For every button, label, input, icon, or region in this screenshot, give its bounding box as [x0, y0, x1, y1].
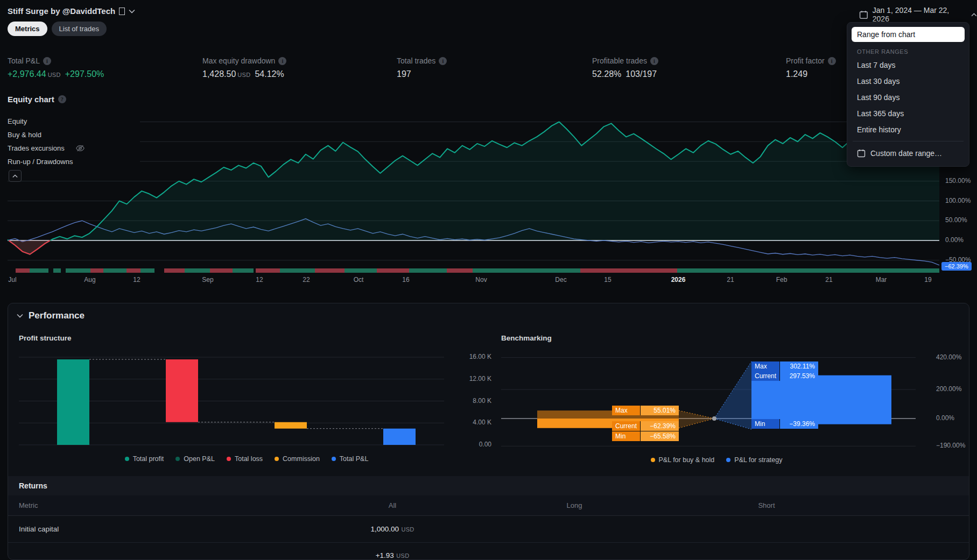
legend-runup-drawdowns[interactable]: Run-up / Drawdowns	[8, 158, 76, 166]
equity-chart-heading: Equity chart ?	[8, 95, 66, 104]
value: +1.93	[376, 551, 394, 559]
metric-value: 1,428.50	[202, 69, 236, 79]
equity-chart-canvas[interactable]	[0, 113, 939, 274]
info-icon[interactable]: i	[650, 57, 658, 65]
column-long: Long	[564, 501, 585, 509]
missing-glyph-icon	[119, 8, 125, 15]
profit-structure-title: Profit structure	[19, 334, 72, 342]
currency-unit: USD	[48, 72, 61, 78]
info-icon[interactable]: i	[278, 57, 286, 65]
legend-label: Total P&L	[340, 455, 369, 463]
label-cell: Min	[751, 419, 779, 429]
value: 1,000.00	[370, 525, 399, 533]
label-cell: Current	[751, 371, 779, 381]
legend-dot	[651, 458, 655, 462]
visibility-off-icon[interactable]	[75, 144, 85, 152]
calendar-icon	[857, 149, 866, 158]
legend-item[interactable]: P&L for strategy	[726, 456, 782, 464]
metric-extra: 54.12%	[255, 69, 284, 79]
value-cell: 297.53%	[779, 371, 818, 381]
menu-item-custom-date-range[interactable]: Custom date range…	[852, 145, 965, 162]
equity-chart-title: Equity chart	[8, 95, 54, 104]
menu-item-last-90-days[interactable]: Last 90 days	[852, 89, 965, 105]
legend-trades-excursions[interactable]: Trades excursions	[8, 144, 68, 152]
strategy-max-box: Max 302.11%	[751, 361, 818, 371]
strategy-tester-page: { "header": { "title": "Stiff Surge by @…	[0, 0, 977, 560]
metric-profitable-trades: Profitable tradesi 52.28%103/197	[592, 56, 658, 79]
legend-item[interactable]: Total P&L	[332, 455, 369, 463]
strategy-min-box: Min −39.36%	[751, 419, 818, 429]
info-icon[interactable]: i	[828, 57, 836, 65]
legend-label: Open P&L	[184, 455, 215, 463]
legend-equity[interactable]: Equity	[8, 117, 30, 125]
metric-label: Total trades	[397, 56, 435, 65]
legend-dot	[275, 457, 279, 461]
legend-item[interactable]: Open P&L	[175, 455, 215, 463]
metric-extra: +297.50%	[65, 69, 104, 79]
currency-unit: USD	[396, 552, 409, 559]
tab-list-of-trades[interactable]: List of trades	[52, 22, 107, 36]
legend-trades-excursions-row: Trades excursions	[8, 144, 85, 152]
performance-header[interactable]: Performance	[17, 310, 85, 321]
legend-item[interactable]: Commission	[275, 455, 320, 463]
returns-title: Returns	[19, 481, 47, 490]
value-cell: −62.39%	[640, 421, 679, 431]
row-value: +1.93 USD	[339, 550, 446, 560]
metric-value: +2,976.44	[8, 69, 46, 79]
date-range-text: Jan 1, 2024 — Mar 22, 2026	[873, 6, 967, 23]
currency-unit: USD	[237, 72, 250, 78]
strategy-title-text: Stiff Surge by @DaviddTech	[8, 6, 115, 16]
tab-metrics[interactable]: Metrics	[8, 22, 47, 36]
profit-structure-chart[interactable]	[19, 350, 466, 452]
returns-column-headers: Metric All Long Short	[8, 495, 969, 516]
value-cell: −39.36%	[779, 419, 818, 429]
strategy-title[interactable]: Stiff Surge by @DaviddTech	[8, 6, 135, 16]
menu-item-last-7-days[interactable]: Last 7 days	[852, 57, 965, 73]
metric-value: 52.28%	[592, 69, 621, 79]
legend-buy-and-hold[interactable]: Buy & hold	[8, 131, 45, 139]
menu-item-entire-history[interactable]: Entire history	[852, 122, 965, 138]
benchmarking-legend: P&L for buy & holdP&L for strategy	[501, 456, 932, 464]
buyhold-min-box: Min −65.58%	[612, 431, 679, 441]
buyhold-max-box: Max 55.01%	[612, 406, 679, 415]
legend-label: Total loss	[235, 455, 263, 463]
collapse-legend-button[interactable]	[9, 170, 22, 182]
benchmarking-title: Benchmarking	[501, 334, 552, 342]
metric-total-pnl: Total P&Li +2,976.44USD+297.50%	[8, 56, 104, 79]
legend-item[interactable]: P&L for buy & hold	[651, 456, 715, 464]
info-icon[interactable]: i	[439, 57, 447, 65]
help-icon[interactable]: ?	[58, 95, 66, 103]
legend-dot	[726, 458, 730, 462]
legend-dot	[227, 457, 231, 461]
chevron-up-icon	[12, 174, 18, 178]
legend-dot	[125, 457, 129, 461]
metric-label: Profitable trades	[592, 56, 647, 65]
chevron-down-icon	[17, 314, 23, 318]
divider	[8, 542, 969, 543]
menu-item-last-365-days[interactable]: Last 365 days	[852, 105, 965, 122]
row-label: Initial capital	[19, 525, 59, 533]
chevron-down-icon	[129, 9, 135, 13]
benchmarking-chart[interactable]	[501, 349, 932, 454]
metric-value: 1.249	[786, 69, 807, 79]
equity-x-axis: JulAug12Sep1222Oct16NovDec15202621Feb21M…	[0, 276, 939, 287]
buyhold-current-box: Current −62.39%	[612, 421, 679, 431]
metric-max-drawdown: Max equity drawdowni 1,428.50USD54.12%	[202, 56, 286, 79]
label-cell: Max	[751, 361, 779, 371]
performance-panel: Performance Profit structure 16.00 K12.0…	[8, 303, 969, 560]
value-cell: 302.11%	[779, 361, 818, 371]
menu-item-last-30-days[interactable]: Last 30 days	[852, 73, 965, 89]
date-range-button[interactable]: Jan 1, 2024 — Mar 22, 2026	[859, 6, 977, 23]
info-icon[interactable]: i	[43, 57, 51, 65]
legend-label: P&L for strategy	[734, 456, 782, 464]
legend-dot	[175, 457, 180, 461]
metric-label: Max equity drawdown	[202, 56, 275, 65]
last-value-badge: −62.39%	[941, 262, 972, 271]
legend-dot	[332, 457, 336, 461]
legend-item[interactable]: Total loss	[227, 455, 263, 463]
metric-value: 197	[397, 69, 411, 79]
label-cell: Current	[612, 421, 640, 431]
legend-item[interactable]: Total profit	[125, 455, 164, 463]
menu-item-range-from-chart[interactable]: Range from chart	[852, 27, 965, 42]
row-value: 1,000.00 USD	[339, 524, 446, 534]
